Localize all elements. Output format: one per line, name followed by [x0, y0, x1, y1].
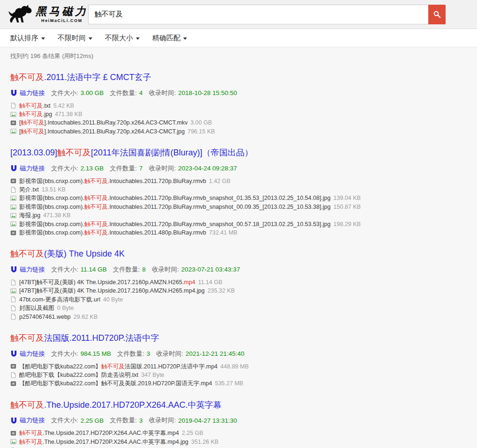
- chevron-down-icon: [183, 37, 187, 40]
- filter-size-label: 不限大小: [105, 34, 133, 43]
- file-size: 11.14 GB: [198, 278, 223, 286]
- result-meta: 磁力链接文件大小:3.00 GB文件数量:4收录时间:2018-10-28 15…: [10, 89, 467, 97]
- file-size: 0 Byte: [57, 304, 74, 312]
- file-name: 47bt.com-更多高清电影下载.url: [19, 295, 100, 304]
- result-title-link[interactable]: 触不可及.The.Upside.2017.HD720P.X264.AAC.中英字…: [10, 400, 222, 411]
- file-count-label: 文件数量:: [110, 164, 137, 173]
- filter-match-dropdown[interactable]: 精确匹配: [152, 34, 187, 43]
- file-size: 3.00 GB: [190, 118, 212, 127]
- magnet-link[interactable]: 磁力链接: [20, 164, 45, 173]
- text-part: .The.Upside.2017.HD720P.X264.AAC.中英字幕.mp…: [43, 439, 188, 445]
- result-title-link[interactable]: 触不可及.2011.法语中字 £ CMCT玄子: [10, 72, 151, 83]
- result-title-link[interactable]: 触不可及法国版.2011.HD720P.法语中字: [10, 333, 159, 344]
- file-item: [47BT]触不可及(美版) 4K The.Upside.2017.2160p.…: [10, 278, 467, 286]
- magnet-icon: [10, 266, 17, 273]
- magnet-link[interactable]: 磁力链接: [20, 416, 45, 425]
- file-name: 封面以及截图: [19, 304, 54, 312]
- site-logo[interactable]: 黑马磁力 HeiMaCiLi.COM: [7, 3, 82, 26]
- magnet-link[interactable]: 磁力链接: [20, 265, 45, 274]
- file-size: 40 Byte: [103, 295, 123, 304]
- file-name: [触不可及].Intouchables.2011.BluRay.720p.x26…: [19, 127, 185, 136]
- file-name: [47BT]触不可及(美版) 4K The.Upside.2017.2160p.…: [19, 278, 195, 286]
- file-name: [47BT]触不可及(美版) 4K The.Upside.2017.2160p.…: [19, 286, 205, 295]
- file-item: 触不可及.The.Upside.2017.HD720P.X264.AAC.中英字…: [10, 438, 467, 446]
- file-name: 影视帝国(bbs.cnxp.com).触不可及.Intouchables.201…: [19, 194, 331, 202]
- doc-icon: [10, 305, 16, 311]
- result-title-link[interactable]: 触不可及(美版) The Upside 4K: [10, 249, 125, 259]
- text-part: ].Intouchables.2011.BluRay.720p.x264.AC3…: [44, 128, 185, 135]
- filter-sort-label: 默认排序: [10, 34, 38, 43]
- text-part: .The.Upside.2017.HD720P.X264.AAC.中英字幕: [44, 400, 222, 410]
- text-part: 酷吧电影下载【kuba222.com】防走丢说明.txt: [19, 372, 138, 378]
- highlighted-keyword: 触不可及: [10, 400, 44, 410]
- file-size: 139.04 KB: [334, 194, 361, 202]
- file-item: 封面以及截图0 Byte: [10, 304, 467, 312]
- file-list: 影视帝国(bbs.cnxp.com).触不可及.Intouchables.201…: [10, 177, 467, 237]
- file-item: [触不可及].Intouchables.2011.BluRay.720p.x26…: [10, 127, 467, 136]
- search-button[interactable]: [428, 5, 446, 24]
- file-name: 影视帝国(bbs.cnxp.com).触不可及.Intouchables.201…: [19, 177, 206, 185]
- image-icon: [10, 195, 16, 201]
- file-size-value: 3.00 GB: [81, 89, 104, 96]
- highlighted-keyword: 触不可及: [10, 73, 44, 82]
- text-part: 法国版.2011.HD720P.法语中字: [44, 333, 159, 343]
- filter-time-dropdown[interactable]: 不限时间: [58, 34, 92, 43]
- add-time-value: 2019-04-27 13:31:30: [178, 417, 237, 424]
- file-name: 触不可及.The.Upside.2017.HD720P.X264.AAC.中英字…: [19, 438, 188, 446]
- file-item: 影视帝国(bbs.cnxp.com).触不可及.Intouchables.201…: [10, 194, 467, 202]
- text-part: .Intouchables.2011.720p.BluRay.rmvb: [108, 178, 206, 184]
- text-part: .Intouchables.2011.720p.BluRay.rmvb_snap…: [108, 204, 331, 210]
- text-part: ].Intouchables.2011.BluRay.720p.x264.AC3…: [44, 119, 187, 126]
- logo-subtitle: HeiMaCiLi.COM: [36, 18, 88, 23]
- magnet-link[interactable]: 磁力链接: [20, 350, 45, 358]
- filter-time-label: 不限时间: [58, 34, 86, 43]
- video-icon: [10, 178, 16, 184]
- doc-icon: [10, 296, 16, 302]
- filter-size-dropdown[interactable]: 不限大小: [105, 34, 140, 43]
- add-time-label: 收录时间:: [156, 350, 183, 358]
- text-part: 法国版.2011.HD720P.法语中字.mp4: [125, 363, 217, 370]
- magnet-icon: [10, 350, 17, 357]
- filter-sort-dropdown[interactable]: 默认排序: [10, 34, 45, 43]
- add-time-value: 2023-04-24 09:28:37: [178, 165, 237, 172]
- result-title-link[interactable]: [2013.03.09]触不可及[2011年法国喜剧剧情(Bluray)]（帝国…: [10, 147, 253, 158]
- file-size-label: 文件大小:: [51, 89, 78, 97]
- file-size-label: 文件大小:: [51, 265, 78, 274]
- text-part: .Intouchables.2011.480p.BluRay.rmvb: [108, 229, 206, 236]
- file-item: 【酷吧电影下载kuba222.com】触不可及法国版.2011.HD720P.法…: [10, 362, 467, 371]
- text-part: 简介.txt: [19, 186, 39, 193]
- image-icon: [10, 439, 16, 445]
- search-input[interactable]: [88, 5, 428, 24]
- image-icon: [10, 128, 16, 134]
- doc-icon: [10, 187, 16, 193]
- file-item: 海报.jpg471.38 KB: [10, 211, 467, 220]
- magnet-icon: [10, 89, 17, 96]
- result-meta: 磁力链接文件大小:2.25 GB文件数量:3收录时间:2019-04-27 13…: [10, 416, 467, 425]
- file-name: 【酷吧电影下载kuba222.com】触不可及法国版.2011.HD720P.法…: [19, 362, 217, 371]
- highlighted-keyword: 触不可及: [84, 229, 108, 236]
- highlighted-keyword: 触不可及: [10, 333, 44, 343]
- results-area: 找到约 196 条结果 (用时12ms) 触不可及.2011.法语中字 £ CM…: [0, 47, 477, 448]
- file-name: 影视帝国(bbs.cnxp.com).触不可及.Intouchables.201…: [19, 228, 206, 237]
- chevron-down-icon: [41, 37, 45, 40]
- doc-icon: [10, 279, 16, 286]
- file-size-label: 文件大小:: [51, 350, 78, 358]
- text-part: (美版) The Upside 4K: [44, 249, 125, 258]
- file-name: ______padding_file_0_if you see this fil…: [19, 446, 251, 448]
- results-list: 触不可及.2011.法语中字 £ CMCT玄子磁力链接文件大小:3.00 GB文…: [10, 72, 467, 448]
- text-part: [2013.03.09]: [10, 148, 57, 157]
- magnet-link[interactable]: 磁力链接: [20, 89, 45, 97]
- logo-title: 黑马磁力: [36, 6, 88, 16]
- image-icon: [10, 111, 16, 118]
- file-count-label: 文件数量:: [110, 416, 137, 425]
- file-count-label: 文件数量:: [117, 350, 144, 358]
- file-name: 触不可及.txt: [19, 102, 51, 110]
- file-item: 触不可及.txt5.42 KB: [10, 102, 467, 110]
- highlighted-keyword: 触不可及: [19, 430, 43, 436]
- file-size: 13.51 KB: [42, 185, 66, 194]
- file-list: 【酷吧电影下载kuba222.com】触不可及法国版.2011.HD720P.法…: [10, 362, 467, 388]
- file-size: 732.41 MB: [209, 228, 237, 237]
- video-icon: [10, 363, 16, 369]
- video-icon: [10, 120, 16, 126]
- search-result: 触不可及(美版) The Upside 4K磁力链接文件大小:11.14 GB文…: [10, 249, 467, 321]
